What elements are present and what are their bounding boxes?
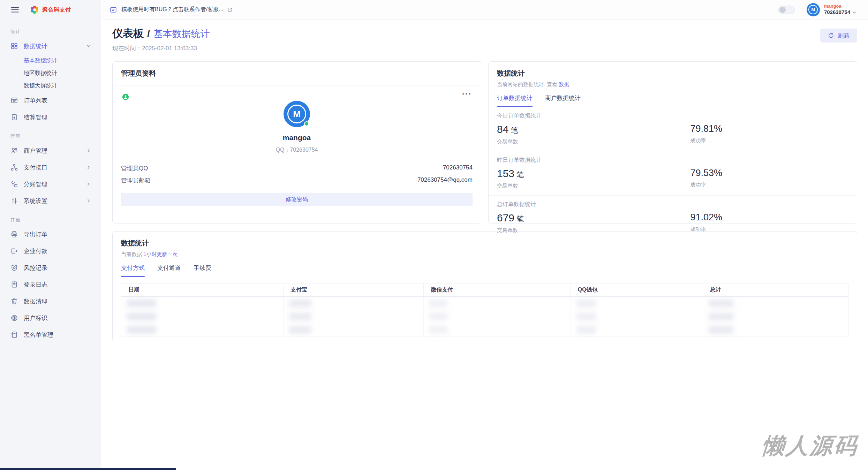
sitemap-icon	[10, 164, 18, 171]
stat-rate-label: 成功率	[690, 137, 848, 144]
more-options-button[interactable]: ···	[462, 90, 472, 98]
col-header-total: 总计	[703, 283, 848, 297]
sidebar-item-data-cleanup[interactable]: 数据清理	[6, 293, 96, 310]
sidebar-item-enterprise-payment[interactable]: 企业付款	[6, 243, 96, 259]
notice-text: 模板使用时有BUG？点击联系作者/客服...	[121, 6, 223, 13]
redacted-cell	[576, 300, 596, 307]
col-header-wechat-pay: 微信支付	[424, 283, 571, 297]
table-row	[121, 323, 848, 336]
watermark-text: 懒人源码	[761, 431, 859, 461]
profile-qq-line: QQ：702630754	[121, 146, 473, 154]
profile-name: mangoa	[121, 134, 473, 142]
app-logo[interactable]: 聚合码支付	[29, 5, 71, 15]
sidebar-subitem-basic-data-stats[interactable]: 基本数据统计	[6, 54, 96, 67]
sidebar-item-label: 数据清理	[24, 297, 47, 305]
sidebar-subitem-data-screen-stats[interactable]: 数据大屏统计	[6, 79, 96, 92]
tab-merchant-data-stats[interactable]: 商户数据统计	[545, 94, 581, 107]
redacted-cell	[289, 326, 311, 334]
sidebar-item-split-account-management[interactable]: 分账管理	[6, 176, 96, 192]
profile-row-email: 管理员邮箱 702630754@qq.com	[121, 176, 473, 184]
subtitle-link[interactable]: 数据	[559, 81, 569, 87]
refresh-button[interactable]: 刷新	[820, 29, 857, 43]
sidebar-item-payment-interface[interactable]: 支付接口	[6, 159, 96, 176]
payment-stats-card: 数据统计 当前数据 1小时更新一次 支付方式 支付通道 手续费	[112, 231, 857, 341]
chevron-right-icon	[86, 198, 91, 204]
tab-order-data-stats[interactable]: 订单数据统计	[497, 94, 533, 107]
stat-rate-label: 成功率	[690, 182, 848, 188]
profile-card-body: ··· M mangoa QQ：702630754 管理员QQ 70263075…	[113, 85, 481, 223]
sidebar-item-label: 订单列表	[24, 97, 47, 105]
users-icon	[10, 147, 18, 154]
order-list-icon	[10, 97, 18, 104]
redacted-cell	[429, 300, 447, 307]
avatar: M	[807, 3, 820, 16]
content-area: 仪表板 / 基本数据统计 现在时间：2025-02-01 13:03:33 刷新	[101, 20, 868, 470]
sidebar-item-order-list[interactable]: 订单列表	[6, 92, 96, 109]
chevron-right-icon	[86, 181, 91, 187]
sidebar-item-export-orders[interactable]: 导出订单	[6, 226, 96, 243]
order-stats-card: 数据统计 当前网站的数据统计. 查看 数据 订单数据统计 商户数据统计 今日订单…	[488, 61, 857, 223]
chevron-down-icon	[852, 10, 857, 15]
table-row	[121, 310, 848, 323]
chevron-down-icon	[86, 43, 91, 49]
tab-fees[interactable]: 手续费	[194, 264, 211, 277]
redacted-cell	[429, 313, 447, 320]
sidebar-item-system-settings[interactable]: 系统设置	[6, 192, 96, 209]
tab-payment-channel[interactable]: 支付通道	[157, 264, 181, 277]
stat-rate: 91.02%	[690, 212, 848, 223]
redacted-cell	[576, 313, 596, 320]
user-name: mangoa	[824, 3, 857, 9]
sidebar-section-management: 管理	[10, 133, 91, 139]
stat-row: 153笔 交易单数 79.53% 成功率	[497, 168, 848, 189]
sidebar-item-label: 企业付款	[24, 247, 47, 255]
target-icon	[10, 314, 18, 322]
sidebar-item-label: 结算管理	[24, 113, 47, 121]
stat-count-col: 153笔 交易单数	[497, 168, 690, 189]
sidebar-item-settlement-management[interactable]: 结算管理	[6, 109, 96, 126]
subtitle-text: 当前数据	[121, 251, 142, 257]
sidebar-item-label: 分账管理	[24, 180, 47, 188]
theme-toggle[interactable]	[778, 6, 795, 14]
current-time: 现在时间：2025-02-01 13:03:33	[112, 44, 210, 52]
user-menu[interactable]: M mangoa 702630754	[807, 3, 857, 16]
subtitle-link[interactable]: 1小时更新一次	[143, 251, 178, 257]
app-root: 聚合码支付 统计 数据统计 基本数据统计 地区数据统计 数据大屏统计	[0, 0, 868, 470]
profile-card-title: 管理员资料	[113, 62, 481, 85]
journal-icon	[10, 281, 18, 288]
logo-flower-icon	[29, 5, 40, 15]
refresh-label: 刷新	[838, 32, 850, 40]
sidebar-item-user-identity[interactable]: 用户标识	[6, 310, 96, 326]
redacted-cell	[127, 313, 156, 320]
stat-count-col: 679笔 交易单数	[497, 212, 690, 234]
notice-link[interactable]: 模板使用时有BUG？点击联系作者/客服...	[110, 6, 233, 14]
tab-payment-method[interactable]: 支付方式	[121, 264, 145, 277]
stat-section-label: 昨日订单数据统计	[497, 157, 848, 164]
cards-row-1: 管理员资料 ··· M mangoa QQ：702630754	[112, 61, 857, 223]
toggle-knob	[779, 7, 786, 13]
sidebar-item-risk-control-records[interactable]: 风控记录	[6, 259, 96, 276]
sidebar-item-label: 风控记录	[24, 264, 47, 272]
profile-row-qq: 管理员QQ 702630754	[121, 164, 473, 172]
hamburger-menu-icon[interactable]	[10, 5, 20, 14]
stat-count: 679	[497, 212, 514, 223]
sidebar-subitem-region-data-stats[interactable]: 地区数据统计	[6, 67, 96, 79]
admin-profile-card: 管理员资料 ··· M mangoa QQ：702630754	[112, 61, 481, 223]
redacted-cell	[709, 300, 734, 307]
redacted-cell	[576, 326, 596, 334]
cards-row-2: 数据统计 当前数据 1小时更新一次 支付方式 支付通道 手续费	[112, 231, 857, 341]
breadcrumb-root[interactable]: 仪表板	[112, 26, 144, 41]
row-value: 702630754	[443, 164, 473, 172]
sidebar-item-login-logs[interactable]: 登录日志	[6, 276, 96, 293]
change-password-button[interactable]: 修改密码	[121, 193, 473, 206]
sidebar-item-data-statistics[interactable]: 数据统计	[6, 38, 96, 54]
sidebar-item-merchant-management[interactable]: 商户管理	[6, 142, 96, 159]
payment-card-subtitle: 当前数据 1小时更新一次	[121, 251, 848, 258]
stat-count-col: 84笔 交易单数	[497, 123, 690, 145]
stat-section-label: 今日订单数据统计	[497, 112, 848, 120]
stat-rate-col: 79.81% 成功率	[690, 123, 848, 145]
page-head-left: 仪表板 / 基本数据统计 现在时间：2025-02-01 13:03:33	[112, 26, 210, 52]
stat-rate-col: 91.02% 成功率	[690, 212, 848, 234]
redacted-cell	[289, 313, 311, 320]
sidebar-item-blacklist-management[interactable]: 黑名单管理	[6, 326, 96, 343]
col-header-alipay: 支付宝	[283, 283, 423, 297]
